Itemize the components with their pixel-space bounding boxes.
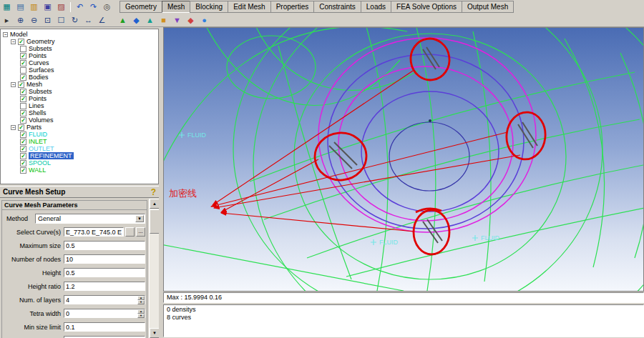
field-label: Method <box>4 215 31 222</box>
tree-item-geometry-surfaces[interactable]: Surfaces <box>1 66 158 74</box>
checkbox[interactable]: ✓ <box>20 96 26 102</box>
tab-fea-solve-options[interactable]: FEA Solve Options <box>391 1 462 13</box>
tab-geometry[interactable]: Geometry <box>119 1 162 13</box>
tree-item-mesh-volumes[interactable]: ✓Volumes <box>1 116 158 124</box>
find-icon[interactable]: ◎ <box>101 1 113 13</box>
tree-item-geometry-subsets[interactable]: Subsets <box>1 45 158 52</box>
tetra-width-input[interactable] <box>64 309 145 318</box>
zoom-box-icon[interactable]: ☐ <box>55 14 67 26</box>
zoom-out-icon[interactable]: ⊖ <box>28 14 40 26</box>
fit-view-icon[interactable]: ⊡ <box>42 14 54 26</box>
collapse-icon[interactable]: − <box>11 125 16 130</box>
checkbox[interactable] <box>20 67 26 74</box>
checkbox[interactable]: ✓ <box>20 167 26 174</box>
section-header[interactable]: Curve Mesh Parameters <box>1 200 147 210</box>
tree-item-part-fluid[interactable]: ✓FLUID <box>1 131 158 138</box>
spin-down-icon[interactable]: ▼ <box>137 314 145 318</box>
tab-blocking[interactable]: Blocking <box>190 1 228 13</box>
checkbox[interactable]: ✓ <box>20 74 26 81</box>
tree-item-geometry-bodies[interactable]: ✓Bodies <box>1 74 158 81</box>
delete-icon[interactable]: ▨ <box>55 1 67 13</box>
checkbox[interactable] <box>20 46 26 52</box>
checkbox[interactable]: ✓ <box>20 117 26 124</box>
tree-item-part-wall[interactable]: ✓WALL <box>1 166 158 174</box>
tab-loads[interactable]: Loads <box>361 1 391 13</box>
mesh-quality-icon[interactable]: ◆ <box>185 14 197 26</box>
tab-output-mesh[interactable]: Output Mesh <box>462 1 514 13</box>
tab-constraints[interactable]: Constraints <box>313 1 361 13</box>
function-tabs: Geometry Mesh Blocking Edit Mesh Propert… <box>119 1 513 13</box>
checkbox[interactable]: ✓ <box>20 153 26 159</box>
collapse-icon[interactable]: − <box>3 32 8 37</box>
scroll-down-icon[interactable]: ▼ <box>150 328 160 338</box>
checkbox[interactable]: ✓ <box>20 139 26 145</box>
prism-mesh-icon[interactable]: ▼ <box>171 14 183 26</box>
tree-item-mesh[interactable]: −✓Mesh <box>1 81 158 88</box>
number-of-nodes-input[interactable] <box>64 254 145 264</box>
spin-down-icon[interactable]: ▼ <box>137 300 145 304</box>
save-icon[interactable]: ▣ <box>42 1 54 13</box>
checkbox[interactable]: ✓ <box>18 39 24 45</box>
scroll-up-icon[interactable]: ▲ <box>150 199 160 209</box>
panel-scrollbar[interactable]: ▲ ▼ <box>149 199 159 338</box>
maximum-size-input[interactable] <box>64 241 145 250</box>
tree-item-mesh-points[interactable]: ✓Points <box>1 95 158 102</box>
help-icon[interactable]: ? <box>151 187 156 197</box>
more-curves-button[interactable]: ... <box>136 227 145 237</box>
min-size-limit-input[interactable] <box>64 322 145 332</box>
zoom-in-icon[interactable]: ⊕ <box>14 14 26 26</box>
checkbox[interactable]: ✓ <box>20 89 26 95</box>
tree-item-mesh-lines[interactable]: Lines <box>1 102 158 109</box>
tree-item-geometry[interactable]: −✓Geometry <box>1 38 158 45</box>
capture-screen-icon[interactable]: ▦ <box>1 1 13 13</box>
tree-item-geometry-curves[interactable]: ✓Curves <box>1 59 158 66</box>
chevron-down-icon[interactable]: ▼ <box>135 215 144 222</box>
volume-mesh-icon[interactable]: ◆ <box>130 14 142 26</box>
surface-mesh-icon[interactable]: ▲ <box>117 14 129 26</box>
tree-item-model[interactable]: −Model <box>1 31 158 38</box>
checkbox[interactable]: ✓ <box>18 124 24 131</box>
tree-item-part-inlet[interactable]: ✓INLET <box>1 138 158 145</box>
tree-item-part-outlet[interactable]: ✓OUTLET <box>1 145 158 152</box>
tree-item-mesh-shells[interactable]: ✓Shells <box>1 109 158 116</box>
tab-edit-mesh[interactable]: Edit Mesh <box>228 1 270 13</box>
collapse-icon[interactable]: − <box>11 39 16 44</box>
pick-curves-button[interactable] <box>125 227 135 237</box>
select-curves-input[interactable] <box>64 227 124 237</box>
open-icon[interactable]: ▥ <box>28 1 40 13</box>
new-project-icon[interactable]: ▤ <box>14 1 26 13</box>
tree-item-parts[interactable]: −✓Parts <box>1 124 158 131</box>
checkbox[interactable]: ✓ <box>20 53 26 59</box>
tetra-mesh-icon[interactable]: ▲ <box>144 14 156 26</box>
center-point <box>429 119 431 122</box>
viewport-3d[interactable]: 加密线 FLUID FLUID FLUID <box>163 27 644 292</box>
tab-properties[interactable]: Properties <box>270 1 315 13</box>
checkbox[interactable]: ✓ <box>20 160 26 166</box>
height-input[interactable] <box>64 268 145 277</box>
checkbox[interactable]: ✓ <box>20 146 26 152</box>
checkbox[interactable] <box>20 103 26 109</box>
tree-item-part-spool[interactable]: ✓SPOOL <box>1 159 158 166</box>
scroll-thumb[interactable] <box>150 209 160 234</box>
select-icon[interactable]: ▸ <box>1 14 13 26</box>
tab-mesh[interactable]: Mesh <box>162 1 190 13</box>
tree-item-part-refinement[interactable]: ✓REFINEMENT <box>1 152 158 159</box>
undo-icon[interactable]: ↶ <box>74 1 86 13</box>
tree-item-mesh-subsets[interactable]: ✓Subsets <box>1 88 158 95</box>
measure-icon[interactable]: ∠ <box>96 14 108 26</box>
checkbox[interactable]: ✓ <box>20 110 26 116</box>
num-layers-spinner: ▲▼ <box>64 295 145 304</box>
rotate-view-icon[interactable]: ↻ <box>69 14 81 26</box>
collapse-icon[interactable]: − <box>11 82 16 87</box>
checkbox[interactable]: ✓ <box>20 131 26 138</box>
tree-item-geometry-points[interactable]: ✓Points <box>1 52 158 59</box>
redo-icon[interactable]: ↷ <box>87 1 99 13</box>
checkbox[interactable]: ✓ <box>18 81 24 88</box>
num-layers-input[interactable] <box>64 295 145 304</box>
hexa-mesh-icon[interactable]: ■ <box>157 14 170 26</box>
checkbox[interactable]: ✓ <box>20 60 26 66</box>
method-select[interactable]: General ▼ <box>35 214 145 224</box>
pan-view-icon[interactable]: ↔ <box>82 14 94 26</box>
compute-mesh-icon[interactable]: ● <box>198 14 210 26</box>
height-ratio-input[interactable] <box>64 282 145 291</box>
